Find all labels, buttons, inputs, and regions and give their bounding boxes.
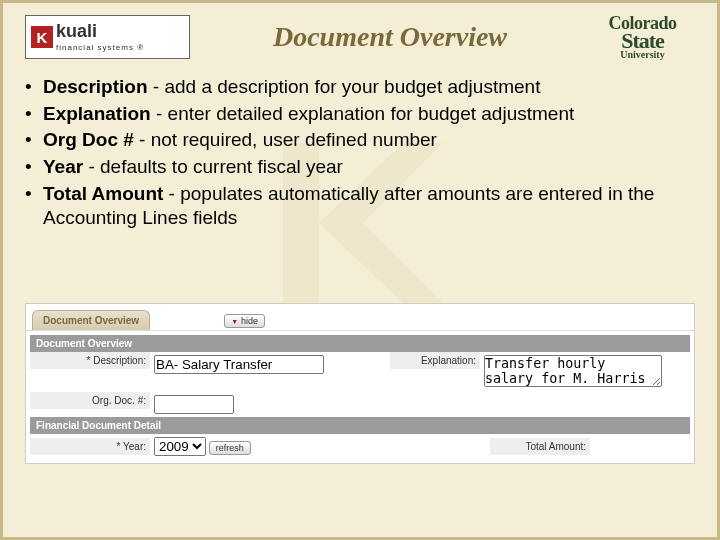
year-label: * Year: — [30, 438, 150, 455]
orgdoc-label: Org. Doc. #: — [30, 392, 150, 409]
kuali-k-icon: K — [31, 26, 53, 48]
section-header: Document Overview — [30, 335, 690, 352]
kuali-sub: financial systems — [56, 43, 134, 52]
kuali-logo: K kuali financial systems ® — [25, 15, 190, 59]
csu-logo: Colorado State University — [590, 15, 695, 60]
chevron-down-icon: ▼ — [231, 318, 238, 325]
page-title: Document Overview — [190, 21, 590, 53]
total-amount-value — [590, 444, 690, 450]
bullet-list: Description - add a description for your… — [25, 75, 695, 231]
year-select[interactable]: 2009 — [154, 437, 206, 456]
description-label: * Description: — [30, 352, 150, 369]
total-amount-label: Total Amount: — [490, 438, 590, 455]
description-input[interactable] — [154, 355, 324, 374]
section-header: Financial Document Detail — [30, 417, 690, 434]
list-item: Org Doc # - not required, user defined n… — [25, 128, 695, 153]
refresh-button[interactable]: refresh — [209, 441, 251, 455]
explanation-textarea[interactable] — [484, 355, 662, 387]
kuali-brand: kuali — [56, 21, 97, 41]
list-item: Description - add a description for your… — [25, 75, 695, 100]
list-item: Total Amount - populates automatically a… — [25, 182, 695, 231]
list-item: Explanation - enter detailed explanation… — [25, 102, 695, 127]
hide-button[interactable]: ▼ hide — [224, 314, 265, 328]
explanation-label: Explanation: — [390, 352, 480, 369]
list-item: Year - defaults to current fiscal year — [25, 155, 695, 180]
tab-document-overview[interactable]: Document Overview — [32, 310, 150, 330]
orgdoc-input[interactable] — [154, 395, 234, 414]
screenshot-panel: Document Overview ▼ hide Document Overvi… — [25, 303, 695, 464]
